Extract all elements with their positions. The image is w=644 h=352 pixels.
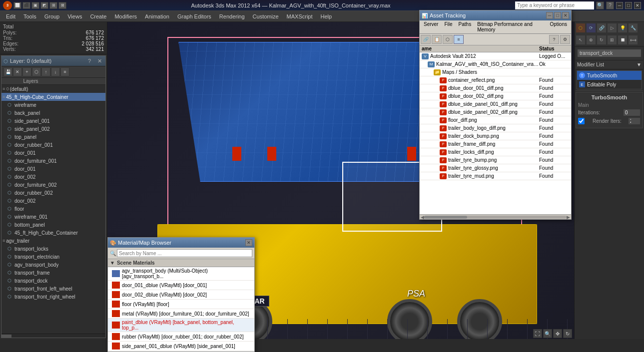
list-item[interactable]: ⬡ wireframe_001 — [1, 213, 105, 221]
close-btn[interactable]: ✕ — [634, 2, 641, 9]
at-maximize-btn[interactable]: □ — [554, 12, 561, 19]
search-input[interactable] — [517, 2, 592, 8]
at-scroll-left[interactable]: ◀ — [421, 215, 424, 220]
list-item[interactable]: P trailer_body_logo_diff.png Found — [420, 124, 571, 132]
list-item[interactable]: ⬡ floor — [1, 205, 105, 213]
list-item[interactable]: ⬡ door_furniture_001 — [1, 157, 105, 165]
list-item[interactable]: ⬡ wireframe — [1, 101, 105, 109]
list-item[interactable]: ⬡ top_panel — [1, 133, 105, 141]
rt-snap-btn[interactable]: 🔲 — [618, 35, 628, 45]
list-item[interactable]: door_002_dblue (VRayMtl) [door_002] — [108, 290, 254, 300]
at-tool-btn1[interactable]: 🔗 — [421, 35, 431, 44]
list-item[interactable]: metal (VRayMtl) [door_furniture_001; doo… — [108, 309, 254, 319]
search-box[interactable] — [515, 1, 594, 9]
list-item[interactable]: ⬡ door_rubber_001 — [1, 141, 105, 149]
rt-select-btn[interactable]: ↖ — [576, 35, 586, 45]
at-menu-file[interactable]: File — [441, 20, 455, 33]
list-item[interactable]: P dblue_door_001_diff.png Found — [420, 84, 571, 92]
list-item[interactable]: ⬡ transport_front_right_wheel — [1, 293, 105, 301]
object-name-field[interactable] — [577, 49, 642, 57]
list-item[interactable]: P container_reflect.png Found — [420, 76, 571, 84]
list-item[interactable]: ⬡ transport_electrician — [1, 253, 105, 261]
list-item[interactable]: ⬡ transport_locks — [1, 245, 105, 253]
list-item[interactable]: P trailer_locks_diff.png Found — [420, 148, 571, 156]
menu-item-group[interactable]: Group — [40, 12, 64, 20]
rt-rotate-btn[interactable]: ↻ — [597, 35, 607, 45]
list-item[interactable]: ⬡ agv_transport_body — [1, 261, 105, 269]
rt-scale-btn[interactable]: ⊞ — [607, 35, 617, 45]
layer-tool4[interactable]: ≡ — [60, 67, 69, 76]
list-item[interactable]: agv_transport_body (Multi/Sub-Object) [a… — [108, 267, 254, 281]
rt-motion-btn[interactable]: ▷ — [607, 23, 617, 33]
menu-item-rendering[interactable]: Rendering — [215, 12, 249, 20]
rt-mirror-btn[interactable]: ⟷ — [628, 35, 638, 45]
modifier-list-arrow[interactable]: ▼ — [637, 62, 642, 67]
tb-btn[interactable]: ◩ — [40, 2, 48, 9]
layer-tool3[interactable]: ↓ — [51, 67, 60, 76]
list-item[interactable]: ⬡ door_furniture_002 — [1, 181, 105, 189]
list-item[interactable]: rubber (VRayMtl) [door_rubber_001; door_… — [108, 332, 254, 342]
list-item[interactable]: P dblue_side_panel_002_diff.png Found — [420, 108, 571, 116]
list-item[interactable]: floor (VRayMtl) [floor] — [108, 300, 254, 309]
menu-item-tools[interactable]: Tools — [19, 12, 40, 20]
at-help-btn[interactable]: ? — [549, 35, 559, 44]
menu-item-modifiers[interactable]: Modifiers — [110, 12, 141, 20]
list-item[interactable]: ⬡ door_001 — [1, 165, 105, 173]
tb-btn[interactable]: ⊠ — [58, 2, 66, 9]
rt-hierarchy-btn[interactable]: 🔗 — [597, 23, 607, 33]
at-minimize-btn[interactable]: ─ — [546, 12, 553, 19]
at-tool-btn3[interactable]: ⬡ — [443, 35, 453, 44]
layer-help-btn[interactable]: ? — [85, 57, 93, 65]
list-item[interactable]: P trailer_tyre_bump.png Found — [420, 156, 571, 164]
at-tool-btn2[interactable]: 📋 — [432, 35, 442, 44]
at-menu-paths[interactable]: Paths — [456, 20, 475, 33]
material-browser-list[interactable]: agv_transport_body (Multi/Sub-Object) [a… — [108, 267, 254, 352]
layer-tool1[interactable]: ⬡ — [32, 67, 41, 76]
tb-btn[interactable]: ⬛ — [22, 2, 30, 9]
list-item[interactable]: ⬡ transport_dock — [1, 277, 105, 285]
rt-utilities-btn[interactable]: 🔧 — [628, 23, 638, 33]
tb-btn[interactable]: ⬜ — [13, 2, 21, 9]
list-item[interactable]: door_001_dblue (VRayMtl) [door_001] — [108, 281, 254, 290]
menu-item-animation[interactable]: Animation — [141, 12, 173, 20]
list-item[interactable]: ⬡ side_panel_001 — [1, 117, 105, 125]
at-scroll-right[interactable]: ▶ — [567, 215, 570, 220]
layer-add-btn[interactable]: + — [22, 67, 31, 76]
rt-display-btn[interactable]: 💡 — [618, 23, 628, 33]
ts-render-iters-input[interactable] — [628, 117, 641, 125]
mb-collapse-icon[interactable]: ▼ — [110, 260, 115, 266]
layer-x-btn[interactable]: ✕ — [13, 67, 22, 76]
list-item[interactable]: ≡ agv_trailer — [1, 237, 105, 245]
tb-btn[interactable]: ▣ — [31, 2, 39, 9]
at-scrollbar[interactable]: ◀ ▶ — [420, 214, 571, 219]
list-item[interactable]: side_panel_002_dblue (VRayMtl) [side_pan… — [108, 351, 254, 352]
layer-scrollbar-h[interactable] — [1, 334, 105, 338]
at-menu-bitmap[interactable]: Bitmap Performance and Memory — [474, 20, 547, 33]
list-item[interactable]: ⬡ back_panel — [1, 109, 105, 117]
asset-tracking-list[interactable]: V Autodesk Vault 2012 Logged O... M Kalm… — [420, 52, 571, 214]
layers-list[interactable]: ≡ 0 (default) ≡ 45_ft_High-Cube_Containe… — [1, 85, 105, 334]
mb-search-input[interactable] — [117, 249, 252, 257]
at-close-btn[interactable]: ✕ — [562, 12, 569, 19]
list-item[interactable]: ⬡ side_panel_002 — [1, 125, 105, 133]
maximize-btn[interactable]: □ — [625, 2, 632, 9]
vp-zoom[interactable]: 🔍 — [543, 329, 552, 338]
rt-move-btn[interactable]: ⊕ — [586, 35, 596, 45]
list-item[interactable]: ⬡ transport_frame — [1, 269, 105, 277]
ts-iterations-input[interactable] — [623, 109, 641, 116]
list-item[interactable]: P trailer_tyre_glossy.png Found — [420, 164, 571, 172]
list-item[interactable]: ⬡ door_001 — [1, 149, 105, 157]
menu-item-graph-editors[interactable]: Graph Editors — [173, 12, 215, 20]
at-tool-btn4[interactable]: ≡ — [454, 35, 464, 44]
vp-zoom-extents[interactable]: ⛶ — [533, 329, 542, 338]
rt-create-btn[interactable]: ⬡ — [576, 23, 586, 33]
list-item[interactable]: P dblue_side_panel_001_diff.png Found — [420, 100, 571, 108]
layer-close-btn[interactable]: ✕ — [95, 57, 103, 65]
menu-item-help[interactable]: Help — [317, 12, 336, 20]
rt-modify-btn[interactable]: ⟳ — [586, 23, 596, 33]
list-item[interactable]: M Kalmar_AGV_with_40ft_ISO_Container_vra… — [420, 60, 571, 68]
list-item[interactable]: ≡ 45_ft_High-Cube_Container — [1, 93, 105, 101]
vp-orbit[interactable]: ↻ — [563, 329, 572, 338]
ts-render-iters-check[interactable] — [578, 118, 585, 124]
at-menu-options[interactable]: Options — [547, 20, 570, 33]
